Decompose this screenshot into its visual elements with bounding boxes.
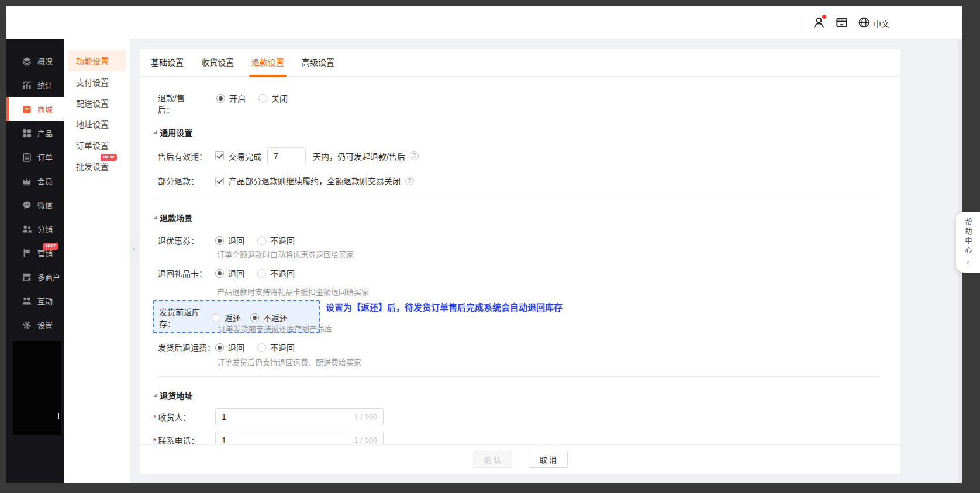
- sidebar-item-mall[interactable]: 商城: [6, 97, 64, 121]
- topbar-divider: [802, 16, 802, 29]
- user-account-icon[interactable]: [812, 16, 826, 29]
- field-label: 售后有效期：: [158, 150, 215, 162]
- section-divider: [158, 376, 880, 377]
- menu-item-wholesale-settings[interactable]: 批发设置 NEW: [68, 156, 126, 177]
- redacted-panel: [13, 341, 61, 435]
- layers-icon: [22, 56, 32, 67]
- workbench-icon[interactable]: [835, 16, 848, 29]
- tab-refund-settings[interactable]: 退款设置: [251, 49, 284, 77]
- people-icon: [22, 224, 32, 235]
- sidebar-item-overview[interactable]: 概况: [6, 49, 64, 73]
- settings-menu: 功能设置 支付设置 配送设置 地址设置 订单设置 批发设置 NEW: [64, 39, 130, 483]
- sidebar-item-members[interactable]: 会员: [6, 169, 64, 193]
- cancel-button[interactable]: 取 消: [529, 451, 568, 468]
- radio-option-keep[interactable]: 不返还: [250, 312, 288, 323]
- chevron-left-icon: ‹: [133, 245, 135, 253]
- section-scene: ◢ 退款场景: [153, 212, 192, 223]
- field-label: 发货后退运费：: [158, 342, 215, 353]
- sidebar-item-interaction[interactable]: 互动: [6, 289, 64, 313]
- menu-item-address-settings[interactable]: 地址设置: [68, 113, 126, 135]
- app-window: 中文 概况 统计 商城 产品: [6, 6, 962, 483]
- radio-option-return[interactable]: 退回: [215, 267, 244, 279]
- collapse-caret-icon[interactable]: ◢: [153, 392, 157, 398]
- receiver-row: *收货人： 1 1 / 100: [153, 408, 384, 425]
- crown-icon: [22, 176, 32, 187]
- field-hint: 订单全额退款时自动将优惠券退回给买家: [217, 249, 354, 260]
- sidebar-item-statistics[interactable]: 统计: [6, 73, 64, 97]
- sidebar-item-orders[interactable]: 订单: [6, 145, 64, 169]
- days-input[interactable]: 7: [267, 147, 306, 164]
- radio-selected-icon[interactable]: [250, 313, 259, 322]
- tab-receiving-settings[interactable]: 收货设置: [201, 49, 234, 77]
- char-counter: 1 / 100: [354, 412, 377, 421]
- checkbox-checked-icon[interactable]: [215, 177, 224, 185]
- radio-unselected-icon[interactable]: [257, 236, 266, 245]
- gift-card-row: 退回礼品卡： 退回 不退回: [158, 267, 308, 279]
- menu-item-order-settings[interactable]: 订单设置: [68, 135, 126, 156]
- radio-option-off[interactable]: 关闭: [258, 92, 288, 104]
- globe-icon[interactable]: [857, 16, 871, 29]
- new-badge: NEW: [101, 154, 117, 161]
- card-footer: 确 认 取 消: [140, 444, 900, 474]
- radio-selected-icon[interactable]: [215, 236, 224, 245]
- chevron-left-icon: ‹: [967, 258, 969, 267]
- help-center-tab[interactable]: 帮助中心 ‹: [956, 212, 980, 273]
- sidebar-item-multi-merchant[interactable]: 多商户: [6, 265, 64, 289]
- confirm-button[interactable]: 确 认: [473, 451, 512, 468]
- radio-option-keep[interactable]: 不退回: [257, 342, 295, 353]
- radio-selected-icon[interactable]: [215, 343, 224, 352]
- tab-basic-settings[interactable]: 基础设置: [151, 49, 184, 77]
- hot-badge: HOT: [43, 243, 58, 250]
- sidebar-item-distribution[interactable]: 分销: [6, 217, 64, 241]
- section-general: ◢ 通用设置: [153, 126, 192, 138]
- settings-card: 基础设置 收货设置 退款设置 高级设置 退款/售后： 开启 关闭 ◢: [140, 49, 900, 474]
- menu-item-function-settings[interactable]: 功能设置: [68, 50, 126, 71]
- tab-advanced-settings[interactable]: 高级设置: [302, 49, 334, 77]
- question-icon[interactable]: ?: [405, 177, 414, 185]
- radio-option-return[interactable]: 返还: [212, 312, 241, 323]
- flag-icon: [22, 248, 32, 258]
- language-switcher[interactable]: 中文: [873, 18, 889, 29]
- partial-refund-row: 部分退款： 产品部分退款则继续履约，全额退款则交易关闭 ?: [158, 175, 414, 187]
- menu-collapse-handle[interactable]: ‹: [130, 234, 138, 264]
- stats-icon: [22, 80, 32, 91]
- redacted-mark: [58, 413, 59, 419]
- question-icon[interactable]: ?: [410, 151, 419, 160]
- menu-item-delivery-settings[interactable]: 配送设置: [68, 92, 126, 113]
- sidebar-item-wechat[interactable]: 微信: [6, 193, 64, 217]
- help-center-label: 帮助中心: [963, 218, 973, 256]
- radio-option-on[interactable]: 开启: [216, 92, 246, 104]
- radio-unselected-icon[interactable]: [257, 269, 266, 278]
- sidebar-item-products[interactable]: 产品: [6, 121, 64, 145]
- refund-after-sale-row: 退款/售后： 开启 关闭: [158, 92, 301, 116]
- coupon-row: 退优惠券： 退回 不退回: [158, 235, 308, 246]
- radio-unselected-icon[interactable]: [257, 343, 266, 352]
- receiver-input[interactable]: 1 1 / 100: [215, 408, 384, 425]
- radio-selected-icon[interactable]: [216, 94, 225, 103]
- sidebar-item-settings[interactable]: 设置: [6, 313, 64, 337]
- wechat-icon: [22, 200, 32, 211]
- radio-unselected-icon[interactable]: [258, 94, 267, 103]
- section-address: ◢ 退货地址: [153, 389, 192, 401]
- radio-option-return[interactable]: 退回: [215, 235, 244, 246]
- radio-option-keep[interactable]: 不退回: [257, 235, 295, 246]
- menu-item-payment-settings[interactable]: 支付设置: [68, 71, 126, 92]
- checkbox-checked-icon[interactable]: [215, 151, 224, 160]
- radio-unselected-icon[interactable]: [212, 313, 220, 322]
- primary-sidebar: 概况 统计 商城 产品 订单: [6, 39, 64, 483]
- two-people-icon: [22, 296, 32, 306]
- field-hint: 订单发货前支持返还库存到产品库: [218, 323, 332, 334]
- radio-option-keep[interactable]: 不退回: [257, 267, 295, 279]
- char-counter: 1 / 100: [354, 436, 377, 444]
- radio-option-return[interactable]: 退回: [215, 342, 244, 353]
- sidebar-item-marketing[interactable]: 营销 HOT: [6, 241, 64, 265]
- field-label: 退优惠券：: [158, 235, 215, 246]
- radio-selected-icon[interactable]: [215, 269, 224, 278]
- field-hint: 产品退款时支持将礼品卡抵扣金额退回给买家: [217, 286, 369, 297]
- highlighted-stock-return-box: 发货前返库存： 返还 不返还 订单发货前支持返还库存到产品库: [153, 300, 320, 333]
- collapse-caret-icon[interactable]: ◢: [153, 215, 157, 220]
- gear-icon: [22, 320, 32, 330]
- notification-dot: [822, 15, 826, 19]
- collapse-caret-icon[interactable]: ◢: [153, 129, 157, 135]
- store-icon: [22, 272, 32, 282]
